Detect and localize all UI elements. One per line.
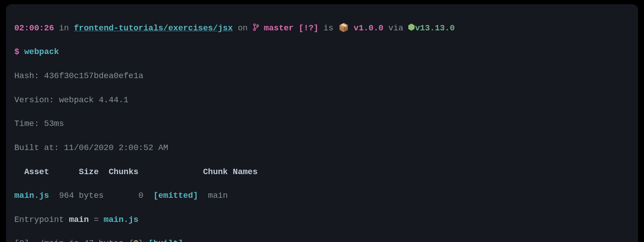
module-brace-open: { bbox=[128, 239, 133, 242]
command-line: $ webpack bbox=[14, 46, 630, 58]
module-status: [built] bbox=[144, 239, 183, 242]
git-dirty-flag: [!?] bbox=[299, 24, 318, 33]
node-version: v13.13.0 bbox=[415, 24, 455, 33]
prompt-is: is bbox=[323, 24, 333, 33]
entry-prefix: Entrypoint bbox=[14, 215, 69, 225]
hdr-asset: Asset bbox=[24, 167, 49, 177]
prompt-path: frontend-tutorials/exercises/jsx bbox=[74, 24, 233, 33]
svg-point-1 bbox=[254, 29, 255, 30]
built-at-line: Built at: 11/06/2020 2:00:52 AM bbox=[14, 142, 630, 154]
module-chunk-id: 0 bbox=[133, 239, 138, 242]
svg-point-0 bbox=[254, 24, 255, 25]
package-icon: 📦 bbox=[339, 24, 349, 33]
module-path: ./main.js bbox=[34, 239, 84, 242]
terminal-window[interactable]: 02:00:26 in frontend-tutorials/exercises… bbox=[6, 4, 638, 242]
time-line: Time: 53ms bbox=[14, 118, 630, 130]
module-line: [0] ./main.js 47 bytes {0} [built] bbox=[14, 238, 630, 242]
hdr-chunks: Chunks bbox=[109, 167, 139, 177]
prompt-line: 02:00:26 in frontend-tutorials/exercises… bbox=[14, 23, 630, 35]
git-branch-name: master bbox=[264, 24, 294, 33]
entry-name: main bbox=[69, 215, 89, 225]
asset-size: 964 bytes bbox=[59, 191, 104, 200]
asset-chunk-name: main bbox=[208, 191, 228, 200]
entry-file: main.js bbox=[104, 215, 139, 225]
node-hex-icon bbox=[408, 24, 415, 31]
version-line: Version: webpack 4.44.1 bbox=[14, 95, 630, 107]
hdr-chunk-names: Chunk Names bbox=[203, 167, 258, 177]
asset-chunk-id: 0 bbox=[139, 191, 144, 200]
hdr-size: Size bbox=[79, 167, 98, 177]
hash-line: Hash: 436f30c157bdea0efe1a bbox=[14, 71, 630, 83]
asset-name: main.js bbox=[14, 191, 49, 200]
prompt-sigil: $ bbox=[14, 47, 19, 57]
command-text: webpack bbox=[24, 47, 59, 57]
prompt-via: via bbox=[389, 24, 403, 33]
module-prefix: [0] bbox=[14, 239, 34, 242]
prompt-in: in bbox=[59, 24, 69, 33]
entrypoint-line: Entrypoint main = main.js bbox=[14, 214, 630, 226]
module-brace-close: } bbox=[139, 239, 144, 242]
prompt-on: on bbox=[238, 24, 248, 33]
module-size: 47 bytes bbox=[84, 239, 128, 242]
prompt-time: 02:00:26 bbox=[14, 24, 54, 33]
entry-eq: = bbox=[89, 215, 104, 225]
asset-data-row: main.js 964 bytes 0 [emitted] main bbox=[14, 190, 630, 202]
asset-status: [emitted] bbox=[153, 191, 198, 200]
git-branch-icon bbox=[253, 23, 259, 31]
svg-point-2 bbox=[257, 25, 258, 26]
package-version: v1.0.0 bbox=[354, 24, 384, 33]
asset-header-row: Asset Size Chunks Chunk Names bbox=[14, 167, 630, 179]
